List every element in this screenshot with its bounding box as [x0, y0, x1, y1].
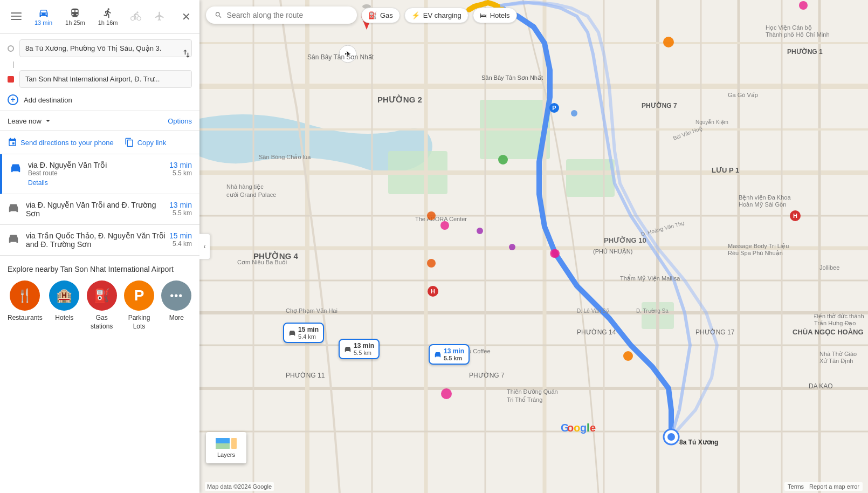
- bike-tab[interactable]: [126, 9, 146, 25]
- svg-text:Massage Body Trị Liệu: Massage Body Trị Liệu: [728, 243, 789, 250]
- svg-text:Sân Bây Tân Sơn Nhất: Sân Bây Tân Sơn Nhất: [481, 74, 543, 81]
- svg-text:o: o: [567, 422, 574, 434]
- route-item-2[interactable]: via Trần Quốc Thảo, Đ. Nguyễn Văn Trỗi a…: [0, 225, 199, 256]
- parking-label: Parking Lots: [123, 314, 154, 331]
- search-bar[interactable]: [206, 6, 357, 24]
- svg-text:PHƯỜNG 7: PHƯỜNG 7: [642, 101, 677, 109]
- route-bubble-1[interactable]: 13 min 5.5 km: [339, 339, 380, 359]
- flight-tab[interactable]: [150, 9, 169, 25]
- car-icon-1: [8, 202, 19, 216]
- route-name-0: via Đ. Nguyễn Văn Trỗi: [28, 161, 169, 169]
- route-bubble-0[interactable]: 15 min 5.4 km: [283, 323, 324, 343]
- car-icon-0: [10, 162, 22, 176]
- route-item-1[interactable]: via Đ. Nguyễn Văn Trỗi and Đ. Trường Sơn…: [0, 194, 199, 225]
- destination-dot: [8, 76, 14, 83]
- explore-restaurants[interactable]: 🍴 Restaurants: [8, 280, 43, 331]
- svg-text:LƯU P 1: LƯU P 1: [712, 166, 739, 174]
- map-link-terms[interactable]: Terms: [788, 483, 804, 490]
- svg-text:Sân Bây Tân Sơn Nhất: Sân Bây Tân Sơn Nhất: [307, 53, 374, 61]
- svg-text:Chợ Phạm Văn Hai: Chợ Phạm Văn Hai: [286, 307, 337, 314]
- transit-tab[interactable]: 1h 25m: [61, 5, 89, 28]
- close-button[interactable]: ✕: [180, 8, 193, 25]
- svg-point-77: [427, 259, 436, 268]
- svg-text:CHÙA NGỌC HOÀNG: CHÙA NGỌC HOÀNG: [793, 328, 864, 336]
- drive-label: 13 min: [35, 19, 52, 26]
- explore-title: Explore nearby Tan Son Nhat Internationa…: [8, 264, 192, 274]
- layers-button[interactable]: Layers: [206, 432, 246, 463]
- filter-gas[interactable]: ⛽ Gas: [361, 8, 400, 23]
- svg-point-74: [799, 1, 808, 10]
- bubble-time-1: 13 min: [354, 342, 374, 350]
- transit-label: 1h 25m: [65, 19, 85, 26]
- svg-text:Học Viện Cán bộ: Học Viện Cán bộ: [766, 24, 812, 31]
- restaurants-icon: 🍴: [10, 280, 40, 311]
- svg-text:PHƯỜNG 11: PHƯỜNG 11: [286, 372, 325, 379]
- svg-text:Jollibee: Jollibee: [819, 264, 839, 271]
- leave-options-bar: Leave now Options: [0, 111, 199, 131]
- send-directions-label: Send directions to your phone: [20, 139, 114, 147]
- options-button[interactable]: Options: [168, 117, 192, 125]
- svg-text:P: P: [552, 105, 556, 111]
- svg-text:e: e: [590, 422, 596, 434]
- map-credit: Map data ©2024 Google: [205, 482, 274, 491]
- gas-icon: ⛽: [87, 280, 117, 311]
- route-connector: [13, 61, 14, 68]
- add-destination-icon[interactable]: +: [8, 94, 18, 105]
- routes-list: via Đ. Nguyễn Văn Trỗi Best route Detail…: [0, 154, 199, 256]
- menu-button[interactable]: [6, 9, 26, 25]
- origin-input[interactable]: [19, 39, 192, 57]
- bubble-dist-0: 5.4 km: [298, 333, 319, 340]
- filter-hotels[interactable]: 🛏 Hotels: [473, 8, 517, 23]
- svg-text:PHƯỜNG 1: PHƯỜNG 1: [787, 47, 823, 56]
- svg-text:Xứ Tân Định: Xứ Tân Định: [819, 358, 853, 365]
- svg-text:g: g: [580, 422, 587, 434]
- parking-icon: P: [124, 280, 154, 311]
- swap-button[interactable]: [181, 49, 192, 61]
- svg-point-92: [571, 110, 577, 117]
- explore-hotels[interactable]: 🏨 Hotels: [49, 280, 80, 331]
- route-time-0: 13 min: [169, 161, 192, 169]
- svg-text:H: H: [793, 213, 797, 219]
- details-link-0[interactable]: Details: [28, 179, 48, 187]
- route-dist-2: 5.4 km: [169, 240, 192, 248]
- route-name-2: via Trần Quốc Thảo, Đ. Nguyễn Văn Trỗi a…: [26, 231, 169, 249]
- map-toolbar: ⛽ Gas ⚡ EV charging 🛏 Hotels: [206, 6, 517, 24]
- route-item-0[interactable]: via Đ. Nguyễn Văn Trỗi Best route Detail…: [0, 154, 199, 194]
- route-bubble-2[interactable]: 13 min 5.5 km: [429, 344, 470, 365]
- svg-text:D. Lê Văn Sỹ: D. Lê Văn Sỹ: [577, 308, 609, 314]
- map-background: ✈ PHƯỜNG 2 PHƯỜNG 4 PHƯỜNG 10 (PHÚ NHUẬN…: [199, 0, 868, 493]
- bubble-time-0: 15 min: [298, 326, 319, 333]
- svg-text:PHƯỜNG 14: PHƯỜNG 14: [577, 328, 616, 336]
- explore-gas-stations[interactable]: ⛽ Gas stations: [86, 280, 117, 331]
- svg-text:Nhà Thờ Giáo: Nhà Thờ Giáo: [819, 351, 857, 357]
- map-link-report[interactable]: Report a map error: [809, 483, 859, 490]
- hotels-chip-label: Hotels: [490, 11, 510, 19]
- destination-input[interactable]: [19, 70, 192, 88]
- svg-point-82: [623, 351, 633, 361]
- hotels-icon: 🏨: [49, 280, 79, 311]
- svg-point-83: [441, 388, 452, 399]
- svg-text:Bệnh viện Đa Khoa: Bệnh viện Đa Khoa: [739, 194, 791, 201]
- svg-text:PHƯỜNG 17: PHƯỜNG 17: [695, 328, 735, 336]
- filter-ev[interactable]: ⚡ EV charging: [404, 8, 469, 23]
- svg-point-76: [427, 211, 436, 220]
- collapse-sidebar-button[interactable]: ‹: [199, 234, 210, 259]
- walk-tab[interactable]: 1h 16m: [94, 5, 122, 28]
- send-directions-link[interactable]: Send directions to your phone: [8, 138, 114, 147]
- svg-text:PHƯỜNG 2: PHƯỜNG 2: [377, 94, 422, 104]
- leave-now-button[interactable]: Leave now: [8, 117, 52, 125]
- explore-parking[interactable]: P Parking Lots: [123, 280, 154, 331]
- svg-text:Tri Thổ Tráng: Tri Thổ Tráng: [507, 396, 542, 403]
- svg-point-85: [550, 249, 559, 258]
- copy-link-link[interactable]: Copy link: [125, 138, 166, 147]
- svg-point-78: [440, 221, 449, 230]
- drive-tab[interactable]: 13 min: [30, 5, 57, 28]
- svg-text:Nhà hàng tiệc: Nhà hàng tiệc: [226, 183, 264, 190]
- add-destination-label[interactable]: Add destination: [24, 96, 72, 104]
- ev-chip-label: EV charging: [423, 11, 461, 19]
- explore-more[interactable]: ••• More: [161, 280, 192, 331]
- svg-text:Hoàn Mỹ Sài Gòn: Hoàn Mỹ Sài Gòn: [739, 201, 786, 208]
- svg-text:PHƯỜNG 10: PHƯỜNG 10: [604, 236, 646, 244]
- svg-text:Cơm Niêu Ba Buổi: Cơm Niêu Ba Buổi: [237, 258, 287, 265]
- route-search-input[interactable]: [227, 11, 348, 19]
